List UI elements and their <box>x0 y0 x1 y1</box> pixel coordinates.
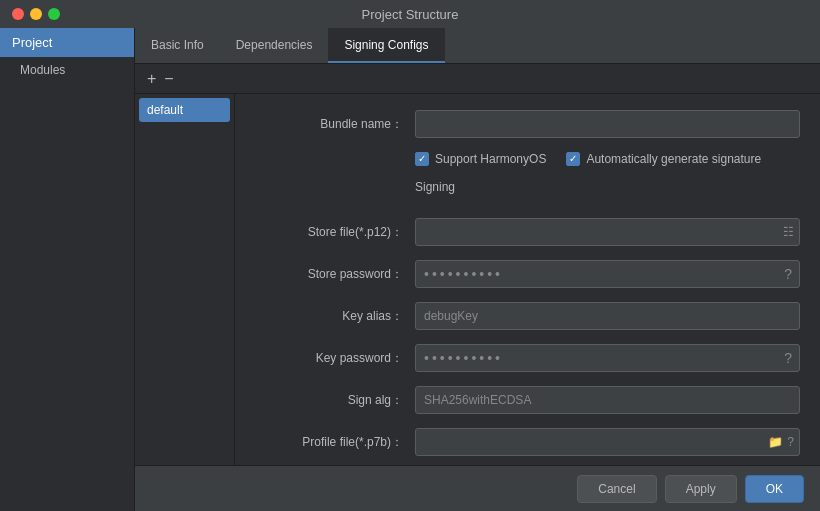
key-password-wrap: ? <box>415 344 800 372</box>
key-password-help-icon[interactable]: ? <box>784 350 792 366</box>
form-area: Bundle name： ✓ Support HarmonyOS ✓ <box>235 94 820 465</box>
ok-button[interactable]: OK <box>745 475 804 503</box>
sign-alg-input[interactable] <box>415 386 800 414</box>
checkbox-row: ✓ Support HarmonyOS ✓ Automatically gene… <box>255 152 800 166</box>
title-bar: Project Structure <box>0 0 820 28</box>
key-password-input[interactable] <box>415 344 800 372</box>
auto-generate-signature-checkbox[interactable]: ✓ Automatically generate signature <box>566 152 761 166</box>
cancel-button[interactable]: Cancel <box>577 475 656 503</box>
config-toolbar: + − <box>135 64 820 94</box>
apply-button[interactable]: Apply <box>665 475 737 503</box>
sidebar: Project Modules <box>0 28 135 511</box>
key-alias-label: Key alias： <box>255 308 415 325</box>
key-password-label: Key password： <box>255 350 415 367</box>
check-icon: ✓ <box>418 154 426 164</box>
store-password-label: Store password： <box>255 266 415 283</box>
store-file-label: Store file(*.p12)： <box>255 224 415 241</box>
key-alias-input[interactable] <box>415 302 800 330</box>
signing-label: Signing <box>415 180 455 194</box>
maximize-button[interactable] <box>48 8 60 20</box>
panel: default Bundle name： ✓ Support Harmony <box>135 94 820 465</box>
check-icon-2: ✓ <box>569 154 577 164</box>
config-list: default <box>135 94 235 465</box>
profile-file-wrap: 📁 ? <box>415 428 800 456</box>
sign-alg-label: Sign alg： <box>255 392 415 409</box>
tab-signing-configs[interactable]: Signing Configs <box>328 28 444 63</box>
profile-file-row: Profile file(*.p7b)： 📁 ? <box>255 428 800 456</box>
support-harmonyos-checkbox[interactable]: ✓ Support HarmonyOS <box>415 152 546 166</box>
bundle-name-row: Bundle name： <box>255 110 800 138</box>
profile-help-icon[interactable]: ? <box>787 435 794 449</box>
store-file-icons: ☷ <box>783 225 794 239</box>
sidebar-item-modules[interactable]: Modules <box>0 57 134 83</box>
bundle-name-input[interactable] <box>415 110 800 138</box>
content-area: Basic Info Dependencies Signing Configs … <box>135 28 820 511</box>
store-password-wrap: ? <box>415 260 800 288</box>
tabs: Basic Info Dependencies Signing Configs <box>135 28 820 64</box>
tab-basic-info[interactable]: Basic Info <box>135 28 220 63</box>
store-file-input[interactable] <box>415 218 800 246</box>
store-password-row: Store password： ? <box>255 260 800 288</box>
window-title: Project Structure <box>362 7 459 22</box>
sign-alg-row: Sign alg： <box>255 386 800 414</box>
store-password-input[interactable] <box>415 260 800 288</box>
remove-config-button[interactable]: − <box>160 71 177 87</box>
fingerprint-icon[interactable]: ☷ <box>783 225 794 239</box>
key-alias-row: Key alias： <box>255 302 800 330</box>
key-password-row: Key password： ? <box>255 344 800 372</box>
tab-dependencies[interactable]: Dependencies <box>220 28 329 63</box>
main-container: Project Modules Basic Info Dependencies … <box>0 28 820 511</box>
profile-file-input[interactable] <box>415 428 800 456</box>
auto-generate-check-box[interactable]: ✓ <box>566 152 580 166</box>
support-harmonyos-check-box[interactable]: ✓ <box>415 152 429 166</box>
store-file-input-wrap: ☷ <box>415 218 800 246</box>
minimize-button[interactable] <box>30 8 42 20</box>
signing-section-header: Signing <box>255 180 800 208</box>
profile-file-label: Profile file(*.p7b)： <box>255 434 415 451</box>
window-controls <box>12 8 60 20</box>
profile-file-icons: 📁 ? <box>768 435 794 449</box>
add-config-button[interactable]: + <box>143 71 160 87</box>
sidebar-item-project[interactable]: Project <box>0 28 134 57</box>
store-password-help-icon[interactable]: ? <box>784 266 792 282</box>
close-button[interactable] <box>12 8 24 20</box>
profile-folder-icon[interactable]: 📁 <box>768 435 783 449</box>
bundle-name-label: Bundle name： <box>255 116 415 133</box>
store-file-row: Store file(*.p12)： ☷ <box>255 218 800 246</box>
config-item-default[interactable]: default <box>139 98 230 122</box>
footer: Cancel Apply OK <box>135 465 820 511</box>
